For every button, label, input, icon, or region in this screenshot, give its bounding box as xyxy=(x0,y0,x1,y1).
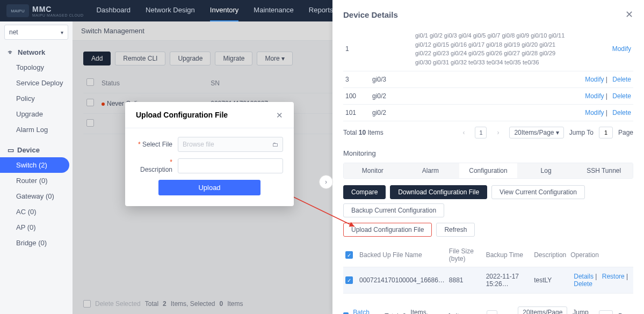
download-config-button[interactable]: Download Configuration File xyxy=(390,185,487,199)
upload-config-button[interactable]: Upload Configuration File xyxy=(343,223,432,237)
monitoring-title: Monitoring xyxy=(343,149,633,157)
modal-title: Upload Configuration File xyxy=(136,111,228,120)
vlan-row: 101gi0/2 Modify | Delete xyxy=(343,105,633,121)
sidebar-policy[interactable]: Policy xyxy=(0,91,73,106)
delete-link[interactable]: Delete xyxy=(574,280,592,288)
file-size: 8881 xyxy=(447,267,484,294)
sidebar-service-deploy[interactable]: Service Deploy xyxy=(0,75,73,91)
select-all-checkbox[interactable] xyxy=(86,78,94,86)
sidebar: net ᯤNetwork Topology Service Deploy Pol… xyxy=(0,21,73,314)
tab-alarm[interactable]: Alarm xyxy=(402,163,460,178)
modify-link[interactable]: Modify xyxy=(585,76,604,83)
backup-time: 2022-11-17 15:26… xyxy=(484,267,532,294)
cfg-row-checkbox[interactable]: ✓ xyxy=(345,276,353,284)
migrate-button[interactable]: Migrate xyxy=(215,52,252,65)
sidebar-switch[interactable]: Switch (2) xyxy=(0,157,69,173)
details-link[interactable]: Details xyxy=(574,273,594,280)
refresh-button[interactable]: Refresh xyxy=(436,223,475,237)
sidebar-gateway[interactable]: Gateway (0) xyxy=(0,188,73,204)
backup-desc: testLY xyxy=(532,267,568,294)
sidebar-bridge[interactable]: Bridge (0) xyxy=(0,235,73,251)
col-backup-time: Backup Time xyxy=(484,243,532,267)
delete-link[interactable]: Delete xyxy=(612,76,631,83)
vlan-row: 1 gi0/1 gi0/2 gi0/3 gi0/4 gi0/5 gi0/7 gi… xyxy=(343,27,633,71)
sidebar-topology[interactable]: Topology xyxy=(0,60,73,75)
next-page-icon[interactable]: › xyxy=(492,127,504,138)
nav-maintenance[interactable]: Maintenance xyxy=(254,0,293,22)
tab-log[interactable]: Log xyxy=(517,163,575,178)
view-config-button[interactable]: View Current Configuration xyxy=(491,185,585,199)
col-operation: Operation xyxy=(568,243,633,267)
tenant-select[interactable]: net xyxy=(4,25,68,40)
cfg-select-all[interactable]: ✓ xyxy=(345,251,353,259)
page-number[interactable]: 1 xyxy=(475,127,487,138)
nav-dashboard[interactable]: Dashboard xyxy=(96,0,131,22)
file-input[interactable]: Browse file🗀 xyxy=(178,137,283,152)
group-device: ▭Device xyxy=(0,143,73,157)
add-button[interactable]: Add xyxy=(83,52,111,65)
sidebar-alarm-log[interactable]: Alarm Log xyxy=(0,122,73,137)
device-icon: ▭ xyxy=(8,146,14,154)
more-button[interactable]: More ▾ xyxy=(257,52,293,65)
config-table: ✓ Backed Up File Name File Size (byte) B… xyxy=(343,243,633,294)
modify-link[interactable]: Modify xyxy=(585,109,604,116)
backup-name: 0007214170100004_16686… xyxy=(357,267,447,294)
vlan-row: 100gi0/2 Modify | Delete xyxy=(343,88,633,105)
nav-reports[interactable]: Reports xyxy=(309,0,334,22)
sidebar-upgrade[interactable]: Upgrade xyxy=(0,106,73,122)
tab-monitor[interactable]: Monitor xyxy=(344,163,402,178)
delete-selected[interactable]: Delete Selected xyxy=(95,300,141,308)
modify-link[interactable]: Modify xyxy=(585,92,604,100)
description-input[interactable] xyxy=(178,158,283,173)
upload-button[interactable]: Upload xyxy=(158,180,261,195)
modal-close-icon[interactable]: ✕ xyxy=(276,111,283,120)
vlan-pager: Total 10 Items ‹ 1 › 20Items/Page ▾ Jump… xyxy=(343,127,633,138)
modify-link[interactable]: Modify xyxy=(612,45,631,53)
page-number[interactable]: 1 xyxy=(487,310,497,314)
logo-subtitle: MAIPU MANAGED CLOUD xyxy=(32,13,83,17)
collapse-panel-icon[interactable]: › xyxy=(319,175,333,189)
upgrade-button[interactable]: Upgrade xyxy=(170,52,211,65)
delete-link[interactable]: Delete xyxy=(612,109,631,116)
perpage-select[interactable]: 20Items/Page ▾ xyxy=(509,127,563,138)
cfg-row[interactable]: ✓ 0007214170100004_16686… 8881 2022-11-1… xyxy=(343,267,633,294)
vlan-row: 3gi0/3 Modify | Delete xyxy=(343,71,633,88)
nav-inventory[interactable]: Inventory xyxy=(210,0,238,22)
group-network: ᯤNetwork xyxy=(0,45,73,60)
select-file-label: Select File xyxy=(136,141,178,148)
delete-link[interactable]: Delete xyxy=(612,92,631,100)
col-sn: SN xyxy=(207,73,348,93)
restore-link[interactable]: Restore xyxy=(602,273,625,280)
col-description: Description xyxy=(532,243,568,267)
vlan-table: 1 gi0/1 gi0/2 gi0/3 gi0/4 gi0/5 gi0/7 gi… xyxy=(343,27,633,121)
tab-configuration[interactable]: Configuration xyxy=(459,163,517,178)
sidebar-ap[interactable]: AP (0) xyxy=(0,220,73,235)
row-checkbox[interactable] xyxy=(86,119,94,127)
description-label: Description xyxy=(136,158,178,173)
sidebar-ac[interactable]: AC (0) xyxy=(0,204,73,220)
nav-network-design[interactable]: Network Design xyxy=(146,0,195,22)
close-icon[interactable]: ✕ xyxy=(625,9,633,20)
sidebar-router[interactable]: Router (0) xyxy=(0,173,73,188)
row-checkbox[interactable] xyxy=(86,99,94,106)
logo-badge: MAIPU xyxy=(6,4,29,17)
port-list: gi0/1 gi0/2 gi0/3 gi0/4 gi0/5 gi0/7 gi0/… xyxy=(415,31,572,67)
logo: MAIPU MMC MAIPU MANAGED CLOUD xyxy=(6,4,83,17)
next-page-icon[interactable]: › xyxy=(503,310,513,314)
remote-cli-button[interactable]: Remote CLI xyxy=(115,52,165,65)
config-actions: Compare Download Configuration File View… xyxy=(343,185,633,217)
batch-delete[interactable]: Batch Delete xyxy=(353,309,380,314)
backup-config-button[interactable]: Backup Current Configuration xyxy=(343,203,444,217)
cfg-pager: ✓ Batch Delete Total0 Items, Selected1 I… xyxy=(343,306,633,314)
jump-input[interactable] xyxy=(599,127,613,138)
prev-page-icon[interactable]: ‹ xyxy=(472,310,482,314)
status-dot-icon xyxy=(102,103,105,106)
footer-checkbox[interactable] xyxy=(83,300,91,308)
folder-icon[interactable]: 🗀 xyxy=(272,141,278,148)
prev-page-icon[interactable]: ‹ xyxy=(458,127,469,138)
perpage-select[interactable]: 20Items/Page ▾ xyxy=(518,306,567,314)
col-file-size: File Size (byte) xyxy=(447,243,484,267)
tab-ssh-tunnel[interactable]: SSH Tunnel xyxy=(575,163,633,178)
jump-input[interactable] xyxy=(599,310,613,314)
compare-button[interactable]: Compare xyxy=(343,185,386,199)
